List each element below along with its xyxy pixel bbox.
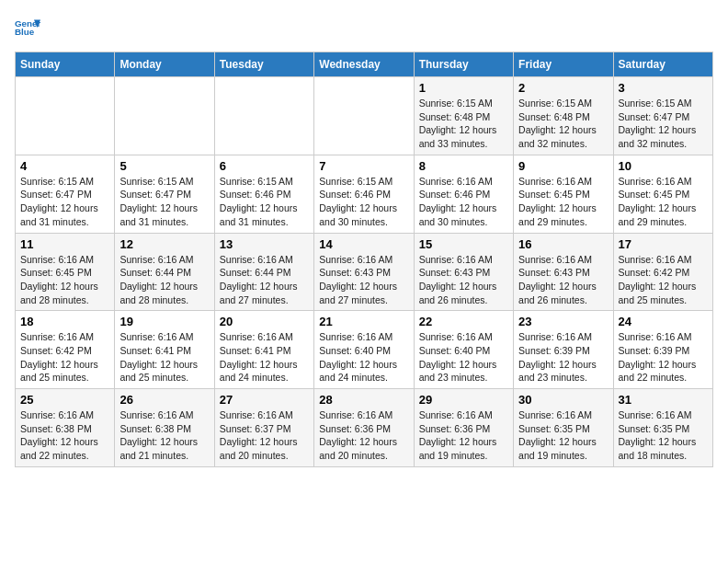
day-info: Sunrise: 6:16 AM Sunset: 6:44 PM Dayligh… xyxy=(220,253,309,307)
day-info: Sunrise: 6:16 AM Sunset: 6:45 PM Dayligh… xyxy=(518,175,608,229)
day-info: Sunrise: 6:16 AM Sunset: 6:41 PM Dayligh… xyxy=(119,330,209,385)
calendar-cell: 17Sunrise: 6:16 AM Sunset: 6:42 PM Dayli… xyxy=(613,233,712,311)
day-number: 21 xyxy=(319,315,408,328)
calendar-cell: 14Sunrise: 6:16 AM Sunset: 6:43 PM Dayli… xyxy=(314,233,414,311)
calendar-cell: 20Sunrise: 6:16 AM Sunset: 6:41 PM Dayli… xyxy=(214,311,313,389)
day-info: Sunrise: 6:16 AM Sunset: 6:38 PM Dayligh… xyxy=(119,408,209,463)
calendar-cell: 7Sunrise: 6:15 AM Sunset: 6:46 PM Daylig… xyxy=(314,155,414,233)
day-info: Sunrise: 6:16 AM Sunset: 6:41 PM Dayligh… xyxy=(220,330,309,385)
day-number: 27 xyxy=(220,393,309,407)
week-row: 25Sunrise: 6:16 AM Sunset: 6:38 PM Dayli… xyxy=(16,389,713,467)
day-number: 1 xyxy=(419,81,508,95)
day-info: Sunrise: 6:16 AM Sunset: 6:44 PM Dayligh… xyxy=(119,253,209,307)
calendar-cell: 18Sunrise: 6:16 AM Sunset: 6:42 PM Dayli… xyxy=(16,311,115,389)
calendar-cell: 31Sunrise: 6:16 AM Sunset: 6:35 PM Dayli… xyxy=(613,389,712,467)
day-number: 13 xyxy=(220,237,309,251)
day-info: Sunrise: 6:15 AM Sunset: 6:47 PM Dayligh… xyxy=(619,97,708,151)
day-info: Sunrise: 6:16 AM Sunset: 6:39 PM Dayligh… xyxy=(619,330,708,385)
day-info: Sunrise: 6:16 AM Sunset: 6:40 PM Dayligh… xyxy=(319,330,408,385)
day-info: Sunrise: 6:16 AM Sunset: 6:36 PM Dayligh… xyxy=(419,408,508,463)
day-number: 31 xyxy=(619,393,708,407)
calendar-cell: 19Sunrise: 6:16 AM Sunset: 6:41 PM Dayli… xyxy=(115,311,214,389)
day-number: 26 xyxy=(119,393,209,407)
day-info: Sunrise: 6:16 AM Sunset: 6:43 PM Dayligh… xyxy=(518,253,608,307)
calendar-body: 1Sunrise: 6:15 AM Sunset: 6:48 PM Daylig… xyxy=(16,77,713,467)
day-number: 10 xyxy=(619,159,708,173)
day-number: 20 xyxy=(220,315,309,328)
day-info: Sunrise: 6:16 AM Sunset: 6:37 PM Dayligh… xyxy=(220,408,309,463)
day-info: Sunrise: 6:16 AM Sunset: 6:40 PM Dayligh… xyxy=(419,330,508,385)
day-number: 3 xyxy=(619,81,708,95)
calendar-header: SundayMondayTuesdayWednesdayThursdayFrid… xyxy=(16,52,713,77)
day-number: 17 xyxy=(619,237,708,251)
day-number: 29 xyxy=(419,393,508,407)
day-number: 16 xyxy=(518,237,608,251)
day-info: Sunrise: 6:16 AM Sunset: 6:36 PM Dayligh… xyxy=(319,408,408,463)
calendar-cell: 4Sunrise: 6:15 AM Sunset: 6:47 PM Daylig… xyxy=(16,155,115,233)
logo-icon: General Blue xyxy=(15,15,40,40)
header: General Blue xyxy=(15,15,713,40)
col-header-tuesday: Tuesday xyxy=(214,52,313,77)
day-number: 7 xyxy=(319,159,408,173)
calendar-cell xyxy=(16,77,115,155)
day-number: 12 xyxy=(119,237,209,251)
week-row: 11Sunrise: 6:16 AM Sunset: 6:45 PM Dayli… xyxy=(16,233,713,311)
calendar-cell: 27Sunrise: 6:16 AM Sunset: 6:37 PM Dayli… xyxy=(214,389,313,467)
calendar-cell: 26Sunrise: 6:16 AM Sunset: 6:38 PM Dayli… xyxy=(115,389,214,467)
col-header-wednesday: Wednesday xyxy=(314,52,414,77)
day-number: 22 xyxy=(419,315,508,328)
day-info: Sunrise: 6:16 AM Sunset: 6:45 PM Dayligh… xyxy=(619,175,708,229)
calendar-table: SundayMondayTuesdayWednesdayThursdayFrid… xyxy=(15,52,713,467)
day-number: 30 xyxy=(518,393,608,407)
day-number: 4 xyxy=(20,159,109,173)
col-header-friday: Friday xyxy=(514,52,613,77)
calendar-cell: 6Sunrise: 6:15 AM Sunset: 6:46 PM Daylig… xyxy=(214,155,313,233)
header-row: SundayMondayTuesdayWednesdayThursdayFrid… xyxy=(16,52,713,77)
week-row: 18Sunrise: 6:16 AM Sunset: 6:42 PM Dayli… xyxy=(16,311,713,389)
calendar-cell: 24Sunrise: 6:16 AM Sunset: 6:39 PM Dayli… xyxy=(613,311,712,389)
calendar-cell: 23Sunrise: 6:16 AM Sunset: 6:39 PM Dayli… xyxy=(514,311,613,389)
calendar-cell: 5Sunrise: 6:15 AM Sunset: 6:47 PM Daylig… xyxy=(115,155,214,233)
day-info: Sunrise: 6:16 AM Sunset: 6:42 PM Dayligh… xyxy=(619,253,708,307)
day-number: 15 xyxy=(419,237,508,251)
day-number: 23 xyxy=(518,315,608,328)
calendar-cell: 11Sunrise: 6:16 AM Sunset: 6:45 PM Dayli… xyxy=(16,233,115,311)
calendar-cell: 16Sunrise: 6:16 AM Sunset: 6:43 PM Dayli… xyxy=(514,233,613,311)
calendar-cell: 9Sunrise: 6:16 AM Sunset: 6:45 PM Daylig… xyxy=(514,155,613,233)
calendar-cell: 8Sunrise: 6:16 AM Sunset: 6:46 PM Daylig… xyxy=(414,155,513,233)
col-header-thursday: Thursday xyxy=(414,52,513,77)
week-row: 4Sunrise: 6:15 AM Sunset: 6:47 PM Daylig… xyxy=(16,155,713,233)
calendar-cell xyxy=(115,77,214,155)
svg-text:Blue: Blue xyxy=(15,27,35,37)
day-number: 2 xyxy=(518,81,608,95)
calendar-cell: 29Sunrise: 6:16 AM Sunset: 6:36 PM Dayli… xyxy=(414,389,513,467)
day-info: Sunrise: 6:16 AM Sunset: 6:38 PM Dayligh… xyxy=(20,408,109,463)
day-info: Sunrise: 6:15 AM Sunset: 6:48 PM Dayligh… xyxy=(419,97,508,151)
day-info: Sunrise: 6:16 AM Sunset: 6:43 PM Dayligh… xyxy=(419,253,508,307)
calendar-cell: 3Sunrise: 6:15 AM Sunset: 6:47 PM Daylig… xyxy=(613,77,712,155)
calendar-cell: 12Sunrise: 6:16 AM Sunset: 6:44 PM Dayli… xyxy=(115,233,214,311)
calendar-cell: 22Sunrise: 6:16 AM Sunset: 6:40 PM Dayli… xyxy=(414,311,513,389)
day-number: 24 xyxy=(619,315,708,328)
calendar-cell: 28Sunrise: 6:16 AM Sunset: 6:36 PM Dayli… xyxy=(314,389,414,467)
day-number: 19 xyxy=(119,315,209,328)
day-info: Sunrise: 6:15 AM Sunset: 6:46 PM Dayligh… xyxy=(220,175,309,229)
day-number: 11 xyxy=(20,237,109,251)
calendar-cell: 10Sunrise: 6:16 AM Sunset: 6:45 PM Dayli… xyxy=(613,155,712,233)
day-info: Sunrise: 6:16 AM Sunset: 6:35 PM Dayligh… xyxy=(619,408,708,463)
day-info: Sunrise: 6:15 AM Sunset: 6:47 PM Dayligh… xyxy=(20,175,109,229)
day-number: 25 xyxy=(20,393,109,407)
day-info: Sunrise: 6:15 AM Sunset: 6:46 PM Dayligh… xyxy=(319,175,408,229)
col-header-monday: Monday xyxy=(115,52,214,77)
calendar-cell: 15Sunrise: 6:16 AM Sunset: 6:43 PM Dayli… xyxy=(414,233,513,311)
day-number: 14 xyxy=(319,237,408,251)
day-info: Sunrise: 6:16 AM Sunset: 6:35 PM Dayligh… xyxy=(518,408,608,463)
day-number: 28 xyxy=(319,393,408,407)
calendar-cell: 13Sunrise: 6:16 AM Sunset: 6:44 PM Dayli… xyxy=(214,233,313,311)
day-number: 8 xyxy=(419,159,508,173)
day-info: Sunrise: 6:15 AM Sunset: 6:48 PM Dayligh… xyxy=(518,97,608,151)
col-header-saturday: Saturday xyxy=(613,52,712,77)
logo: General Blue xyxy=(15,15,44,40)
day-info: Sunrise: 6:16 AM Sunset: 6:42 PM Dayligh… xyxy=(20,330,109,385)
calendar-cell: 25Sunrise: 6:16 AM Sunset: 6:38 PM Dayli… xyxy=(16,389,115,467)
